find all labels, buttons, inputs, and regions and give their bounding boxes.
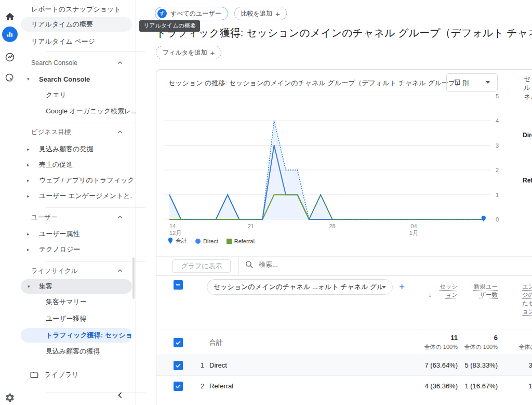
report-nav-sidebar: レポートのスナップショット リアルタイムの概要 リアルタイム ページ Searc… [19,0,136,405]
collapse-sidebar-icon[interactable] [117,391,123,401]
svg-text:1: 1 [496,192,499,198]
sidebar-section-lifecycle[interactable]: ライフサイクル [19,264,136,278]
sidebar-item-acquisition[interactable]: ▾集客 [21,279,132,294]
svg-text:04: 04 [410,223,417,229]
sidebar-item-lead-generation[interactable]: ▸見込み顧客の発掘 [19,142,136,156]
nav-rail [0,0,19,405]
svg-text:12月: 12月 [169,230,181,236]
bar-label-referral: Referral [523,177,532,184]
row-checkbox[interactable] [174,382,183,391]
folder-icon [30,370,39,380]
table-row[interactable]: 2 Referral 4 (36.36%) 1 (16.67%) 1 (25%) [156,375,532,396]
select-all-checkbox[interactable] [174,280,183,290]
right-chart-title: セッションのメインのチャネ ル グループ（デフォルト チャネル グループ） [524,74,532,101]
check-icon [175,383,181,389]
add-dimension-icon[interactable]: + [399,281,405,293]
sidebar-item-tech[interactable]: ▸テクノロジー [19,242,136,257]
page-title: トラフィック獲得: セッションのメインのチャネル グループ（デフォルト チャネル… [156,26,532,40]
sidebar-item-search-console[interactable]: ▾Search Console [19,72,136,86]
square-marker-icon [227,239,232,244]
sidebar-item-queries[interactable]: クエリ [19,88,136,102]
expand-arrow-icon[interactable]: ▸ [27,193,30,199]
channel-name: Direct [204,361,419,369]
check-icon [175,339,181,346]
svg-text:2: 2 [496,167,499,173]
search-icon [245,260,254,269]
sidebar-item-web-app-traffic[interactable]: ▸ウェブ / アプリのトラフィック... [19,173,136,188]
expand-arrow-icon[interactable]: ▾ [28,284,30,289]
divider [46,207,145,208]
expand-arrow-icon[interactable]: ▸ [27,162,30,167]
sidebar-scrollbar[interactable] [132,257,135,299]
divider [238,258,239,274]
search-input[interactable] [259,260,363,268]
table-header-row: セッションのメインのチャネル ...ォルト チャネル グループ) + ↓セッショ… [156,275,532,330]
plus-icon: + [210,48,215,57]
sidebar-item-drive-sales[interactable]: ▸売上の促進 [19,158,136,172]
sidebar-item-library[interactable]: ライブラリ [19,368,136,382]
pin-icon [168,238,173,244]
svg-text:1月: 1月 [409,230,418,236]
check-icon [175,362,181,369]
column-header-new-users[interactable]: 新規ユーザー数 [460,275,500,299]
chart-legend: 合計 Direct Referral [168,237,255,245]
sidebar-section-search-console[interactable]: Search Console [19,56,136,70]
dimension-select[interactable]: セッションのメインのチャネル ...ォルト チャネル グループ) [207,279,393,295]
chart-title: セッション の推移: セッションのメインのチャネル グループ（デフォルト チャネ… [168,79,469,88]
explore-icon[interactable] [2,49,18,65]
sidebar-item-traffic-acquisition[interactable]: トラフィック獲得: セッショ... [21,328,132,343]
add-comparison-chip[interactable]: 比較を追加+ [234,7,287,20]
advertising-icon[interactable] [2,70,18,86]
indeterminate-icon [175,282,181,288]
row-checkbox[interactable] [174,361,183,370]
bar-label-direct: Direct [523,132,532,139]
table-row[interactable]: 1 Direct 7 (63.64%) 5 (83.33%) 3 (75%) [156,355,532,375]
home-icon[interactable] [2,9,18,24]
reports-icon[interactable] [2,27,18,42]
audience-avatar: す [157,9,167,18]
sidebar-item-google-organic[interactable]: Google オーガニック検索レ... [19,104,136,119]
legend-total[interactable]: 合計 [168,237,187,245]
expand-arrow-icon[interactable]: ▸ [27,247,30,252]
row-index: 2 [188,382,204,390]
legend-referral[interactable]: Referral [227,238,255,244]
svg-text:14: 14 [169,223,176,229]
column-header-sessions[interactable]: ↓セッション [419,275,460,299]
expand-arrow-icon[interactable]: ▸ [27,231,30,237]
show-in-graph-button[interactable]: グラフに表示 [172,259,231,273]
chevron-up-icon[interactable] [117,215,123,220]
row-index: 1 [188,361,204,369]
expand-arrow-icon[interactable]: ▸ [27,178,30,183]
sidebar-item-acquisition-summary[interactable]: 集客サマリー [19,295,136,309]
column-header-engaged-sessions[interactable]: エンゲージのあったセッション [500,275,532,316]
sidebar-item-realtime-pages[interactable]: リアルタイム ページ [19,34,136,49]
sessions-trend-chart: 0123451412月2128041月 [164,94,507,237]
interval-select[interactable]: 日 [446,73,498,92]
chevron-up-icon[interactable] [117,268,123,273]
sidebar-item-user-attributes[interactable]: ▸ユーザー属性 [19,227,136,241]
chevron-up-icon[interactable] [117,60,123,66]
totals-label: 合計 [204,338,419,347]
expand-arrow-icon[interactable]: ▸ [27,147,30,152]
legend-direct[interactable]: Direct [195,238,218,244]
table-search [245,260,363,269]
row-checkbox[interactable] [174,338,183,347]
plus-icon: + [275,9,280,18]
sidebar-item-lead-acquisition[interactable]: 見込み顧客の獲得 [19,344,136,359]
admin-gear-icon[interactable] [2,390,18,405]
sidebar-item-user-acquisition[interactable]: ユーザー獲得 [19,311,136,326]
table-totals-row: 合計 11全体の 100% 6全体の 100% 全体の 100% [156,330,532,355]
sidebar-section-business-goals[interactable]: ビジネス目標 [19,125,136,139]
chevron-up-icon[interactable] [117,129,123,135]
sidebar-item-user-engagement[interactable]: ▸ユーザー エンゲージメントと... [19,189,136,203]
table-toolbar: グラフに表示 [156,257,532,275]
divider [46,123,145,123]
svg-text:4: 4 [496,117,499,124]
sidebar-item-realtime-overview[interactable]: リアルタイムの概要 [21,17,132,32]
all-users-chip[interactable]: す すべてのユーザー [155,7,228,20]
sidebar-item-report-snapshot[interactable]: レポートのスナップショット [19,2,136,17]
expand-arrow-icon[interactable]: ▾ [27,76,30,82]
svg-text:21: 21 [248,223,254,229]
add-filter-chip[interactable]: フィルタを追加+ [156,46,221,59]
sidebar-section-user[interactable]: ユーザー [19,210,136,225]
